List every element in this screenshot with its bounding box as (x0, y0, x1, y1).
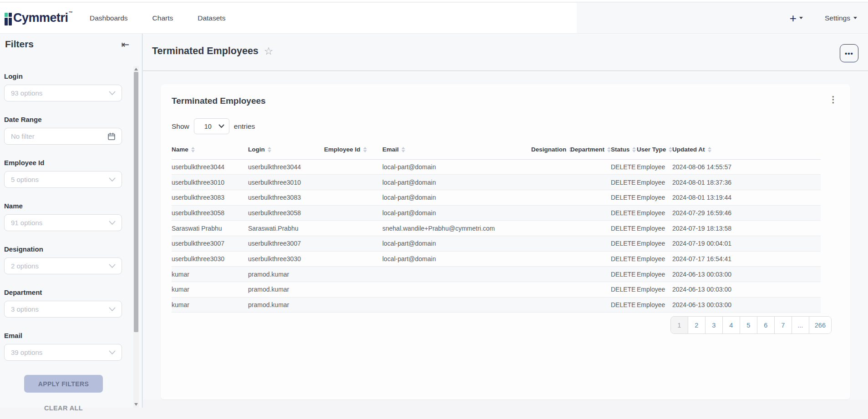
table-row: Saraswati PrabhuSaraswati.Prabhusnehal.w… (172, 221, 821, 236)
apply-filters-button[interactable]: APPLY FILTERS (24, 375, 103, 393)
column-header-user-type[interactable]: User Type (637, 140, 672, 159)
main-nav: Dashboards Charts Datasets (90, 14, 225, 22)
page-button-6[interactable]: 6 (757, 317, 775, 333)
cell-login: userbulkthree3083 (248, 190, 324, 205)
chevron-down-icon (109, 307, 116, 312)
table-body: userbulkthree3044userbulkthree3044local-… (172, 159, 821, 313)
cell-user-type: Employee (637, 251, 672, 267)
cell-status: DELETE (611, 267, 637, 282)
cell-employee-id (324, 267, 382, 282)
email-select[interactable]: 39 options (4, 344, 122, 361)
page-button-266[interactable]: 266 (809, 317, 831, 333)
cell-department (570, 205, 611, 221)
clear-all-button[interactable]: CLEAR ALL (0, 404, 127, 412)
table-row: userbulkthree3058userbulkthree3058local-… (172, 205, 821, 221)
nav-item-datasets[interactable]: Datasets (198, 14, 225, 22)
page-button-3[interactable]: 3 (706, 317, 723, 333)
chevron-down-icon (109, 264, 116, 268)
cell-user-type: Employee (637, 175, 672, 190)
column-header-login[interactable]: Login (248, 140, 324, 159)
cell-login: pramod.kumar (248, 267, 324, 282)
cell-updated-at: 2024-06-13 00:03:00 (672, 297, 821, 313)
scrollbar-thumb[interactable] (134, 72, 138, 332)
add-dropdown-button[interactable]: + (790, 12, 803, 24)
cell-status: DELETE (611, 175, 637, 190)
cell-status: DELETE (611, 251, 637, 267)
cell-login: userbulkthree3010 (248, 175, 324, 190)
column-header-name[interactable]: Name (172, 140, 248, 159)
brand-text: Cymmetri (13, 11, 68, 25)
filter-group-date-range: Date RangeNo filter (4, 116, 133, 145)
table-row: kumarpramod.kumarDELETEEmployee2024-06-1… (172, 282, 821, 298)
page-title: Terminated Employees (152, 45, 259, 57)
calendar-icon (107, 132, 116, 141)
cell-email (382, 282, 531, 298)
filter-label-name: Name (4, 202, 133, 210)
cell-designation (531, 282, 570, 298)
column-header-content: Updated At (672, 146, 711, 153)
card-menu-kebab-icon[interactable]: ⋮ (824, 91, 842, 107)
table-row: userbulkthree3010userbulkthree3010local-… (172, 175, 821, 190)
employee-id-select[interactable]: 5 options (4, 171, 122, 188)
department-select[interactable]: 3 options (4, 301, 122, 318)
page-button-blank[interactable]: ... (792, 317, 809, 333)
cell-updated-at: 2024-06-13 00:03:00 (672, 282, 821, 298)
filter-group-login: Login93 options (4, 72, 133, 101)
name-select[interactable]: 91 options (4, 214, 122, 231)
sort-icon (632, 147, 636, 152)
nav-item-dashboards[interactable]: Dashboards (90, 14, 128, 22)
cymmetri-logo[interactable]: Cymmetri™ (5, 10, 89, 25)
cell-user-type: Employee (637, 221, 672, 236)
column-header-email[interactable]: Email (382, 140, 531, 159)
nav-item-charts[interactable]: Charts (152, 14, 173, 22)
column-label: Employee Id (324, 146, 360, 153)
cell-department (570, 282, 611, 298)
scroll-down-arrow-icon[interactable] (134, 403, 138, 406)
cell-updated-at: 2024-06-13 00:03:00 (672, 267, 821, 282)
date-range-input[interactable]: No filter (4, 128, 122, 145)
cell-name: kumar (172, 267, 248, 282)
page-button-1[interactable]: 1 (671, 317, 688, 333)
cymmetri-logo-icon (5, 13, 12, 25)
card-title: Terminated Employees (172, 96, 839, 106)
cell-email: snehal.wandile+Prabhu@cymmetri.com (382, 221, 531, 236)
scroll-up-arrow-icon[interactable] (134, 68, 138, 71)
cell-designation (531, 251, 570, 267)
filter-group-name: Name91 options (4, 202, 133, 231)
page-button-2[interactable]: 2 (688, 317, 706, 333)
sidebar-scrollbar[interactable] (133, 66, 139, 408)
designation-select[interactable]: 2 options (4, 257, 122, 274)
settings-dropdown-button[interactable]: Settings (825, 14, 857, 22)
column-header-department[interactable]: Department (570, 140, 611, 159)
sort-icon (607, 147, 611, 152)
pagination: 1234567...266 (670, 316, 832, 334)
column-header-employee-id[interactable]: Employee Id (324, 140, 382, 159)
column-header-designation[interactable]: Designation (531, 140, 570, 159)
filter-list: Login93 optionsDate RangeNo filterEmploy… (0, 50, 133, 361)
cell-user-type: Employee (637, 282, 672, 298)
page-more-options-button[interactable]: ••• (840, 44, 858, 62)
page-button-5[interactable]: 5 (740, 317, 757, 333)
column-header-status[interactable]: Status (611, 140, 637, 159)
page-size-select[interactable]: 10 (194, 118, 229, 134)
collapse-sidebar-icon[interactable]: ⇤ (121, 40, 129, 49)
favorite-star-icon[interactable]: ☆ (264, 46, 274, 56)
filter-label-designation: Designation (4, 245, 133, 253)
filter-label-department: Department (4, 288, 133, 296)
cell-user-type: Employee (637, 236, 672, 251)
column-label: Email (382, 146, 399, 153)
column-header-updated-at[interactable]: Updated At (672, 140, 821, 159)
cell-status: DELETE (611, 297, 637, 313)
column-header-content: User Type (637, 146, 672, 153)
cell-name: kumar (172, 297, 248, 313)
page-button-4[interactable]: 4 (723, 317, 740, 333)
column-label: Department (570, 146, 604, 153)
cell-login: pramod.kumar (248, 297, 324, 313)
main-content: Terminated Employees ☆ ••• Terminated Em… (143, 34, 868, 399)
table-row: userbulkthree3083userbulkthree3083local-… (172, 190, 821, 205)
filter-label-email: Email (4, 332, 133, 339)
column-label: Status (611, 146, 629, 153)
page-button-7[interactable]: 7 (775, 317, 792, 333)
login-select[interactable]: 93 options (4, 85, 122, 101)
settings-label: Settings (825, 14, 850, 22)
